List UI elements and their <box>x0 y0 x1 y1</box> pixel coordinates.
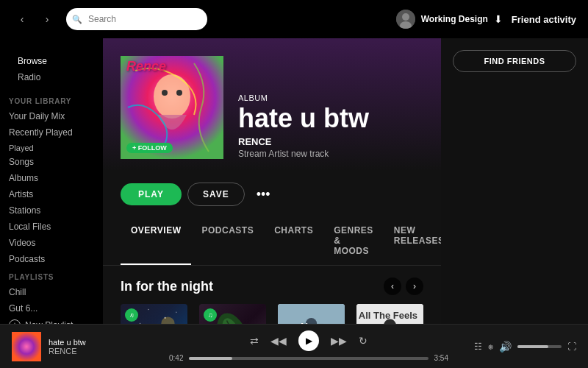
svg-point-7 <box>131 314 132 316</box>
top-bar: ‹ › Working Design ⬇ Friend activity <box>0 0 588 38</box>
sidebar-browse-section: Browse Radio <box>0 47 103 91</box>
card-image-evening: ♫ <box>199 304 266 324</box>
sidebar-playlist-chill[interactable]: Chill <box>0 284 103 300</box>
volume-fill <box>517 345 548 348</box>
sidebar-item-artists[interactable]: Artists <box>0 186 103 202</box>
album-title: hate u btw <box>238 105 423 132</box>
album-art-image: Rence + FOLLOW <box>121 56 223 159</box>
sidebar-item-browse[interactable]: Browse <box>9 53 94 69</box>
prev-button[interactable]: ◀◀ <box>270 335 287 347</box>
now-playing-text: hate u btw RENCE <box>49 338 86 355</box>
svg-point-4 <box>154 74 190 118</box>
app-container: ‹ › Working Design ⬇ Friend activity Bro <box>0 0 588 368</box>
play-pause-button[interactable]: ▶ <box>298 330 319 351</box>
sidebar-item-local-files[interactable]: Local Files <box>0 219 103 235</box>
now-playing-thumbnail <box>12 332 41 361</box>
shuffle-button[interactable]: ⇄ <box>250 335 259 347</box>
card-evening-chill[interactable]: ♫ Evening Chill Elevate your evening and… <box>199 304 266 324</box>
card-sleep[interactable]: ♫ Sleep <box>121 304 187 324</box>
album-description: Stream Artist new track <box>238 149 423 159</box>
section-prev-button[interactable]: ‹ <box>384 277 401 295</box>
card-image-allfeels: ♫ <box>356 304 423 324</box>
find-friends-button[interactable]: FIND FRIENDS <box>453 50 576 72</box>
sidebar-playlist-gut6[interactable]: Gut 6... <box>0 300 103 316</box>
section-next-button[interactable]: › <box>406 277 423 295</box>
section-title: In for the night <box>121 279 213 294</box>
nav-tabs: OVERVIEW PODCASTS CHARTS GENRES & MOODS … <box>103 218 441 266</box>
album-artist: RENCE <box>238 136 423 147</box>
sidebar-item-podcasts[interactable]: Podcasts <box>0 251 103 267</box>
svg-point-11 <box>140 323 141 324</box>
newmusic-overlay-title: New Music <box>295 321 329 325</box>
search-wrap <box>66 8 207 30</box>
album-type-label: ALBUM <box>238 93 423 102</box>
back-button[interactable]: ‹ <box>12 9 32 29</box>
progress-bar[interactable] <box>189 357 428 360</box>
cards-row: ♫ Sleep <box>103 304 441 324</box>
right-panel: FIND FRIENDS <box>441 38 588 324</box>
play-button[interactable]: PLAY <box>121 183 182 205</box>
current-time: 0:42 <box>169 354 183 362</box>
username-label: Working Design <box>421 14 488 24</box>
album-art: Rence + FOLLOW <box>121 56 223 159</box>
svg-point-8 <box>148 309 149 311</box>
allfeels-overlay-text: All The Feels <box>359 310 417 321</box>
card-image-newmusic: ♫ <box>278 304 345 324</box>
svg-point-6 <box>176 90 182 96</box>
now-playing-title: hate u btw <box>49 338 86 347</box>
volume-button[interactable]: 🔊 <box>499 341 512 353</box>
total-time: 3:54 <box>434 354 448 362</box>
main-area: Browse Radio YOUR LIBRARY Your Daily Mix… <box>0 38 588 324</box>
sidebar-item-radio[interactable]: Radio <box>9 69 94 85</box>
sidebar-item-recently-played[interactable]: Recently Played <box>0 124 103 141</box>
sidebar-item-songs[interactable]: Songs <box>0 154 103 170</box>
sidebar-item-stations[interactable]: Stations <box>0 202 103 219</box>
control-buttons: ⇄ ◀◀ ▶ ▶▶ ↻ <box>250 330 368 351</box>
new-playlist-button[interactable]: + New Playlist <box>0 316 103 324</box>
right-controls: ☷ ⎈ 🔊 ⛶ <box>459 341 576 353</box>
tab-overview[interactable]: OVERVIEW <box>121 218 191 265</box>
save-button[interactable]: SAVE <box>187 183 245 206</box>
album-actions: PLAY SAVE ••• <box>103 171 441 218</box>
tab-charts[interactable]: CHARTS <box>264 218 323 265</box>
album-info: ALBUM hate u btw RENCE Stream Artist new… <box>238 93 423 159</box>
progress-area: 0:42 3:54 <box>169 354 448 362</box>
friend-activity-title: Friend activity <box>512 14 576 25</box>
sidebar-item-daily-mix[interactable]: Your Daily Mix <box>0 108 103 124</box>
sidebar-playlists-label: PLAYLISTS <box>0 267 103 284</box>
played-label: Played <box>0 142 103 154</box>
avatar <box>396 10 415 29</box>
queue-button[interactable]: ☷ <box>474 342 482 352</box>
more-options-button[interactable]: ••• <box>251 184 276 205</box>
svg-point-1 <box>402 13 409 21</box>
sidebar-library-label: YOUR LIBRARY <box>0 91 103 108</box>
devices-button[interactable]: ⎈ <box>488 342 493 352</box>
album-hero: Rence + FOLLOW ALBUM hate u btw RENCE St… <box>103 38 441 171</box>
svg-point-10 <box>176 312 177 314</box>
card-all-the-feels[interactable]: ♫ <box>356 304 423 324</box>
repeat-button[interactable]: ↻ <box>359 335 368 347</box>
tab-new-releases[interactable]: NEW RELEASES <box>384 218 441 265</box>
now-playing-info: hate u btw RENCE <box>12 332 159 361</box>
sidebar-item-albums[interactable]: Albums <box>0 170 103 186</box>
section-header: In for the night ‹ › <box>103 266 441 304</box>
forward-button[interactable]: › <box>37 9 57 29</box>
sidebar: Browse Radio YOUR LIBRARY Your Daily Mix… <box>0 38 103 324</box>
bottom-bar: hate u btw RENCE ⇄ ◀◀ ▶ ▶▶ ↻ 0:42 3:54 <box>0 324 588 368</box>
section-nav: ‹ › <box>384 277 423 295</box>
sidebar-item-videos[interactable]: Videos <box>0 235 103 251</box>
download-icon: ⬇ <box>494 13 503 25</box>
svg-rect-3 <box>121 56 223 159</box>
card-new-music-friday[interactable]: ♫ <box>278 304 345 324</box>
nav-arrows: ‹ › <box>12 9 57 29</box>
content-area: Rence + FOLLOW ALBUM hate u btw RENCE St… <box>103 38 441 324</box>
tab-podcasts[interactable]: PODCASTS <box>191 218 264 265</box>
svg-point-5 <box>162 90 168 96</box>
next-button[interactable]: ▶▶ <box>331 335 347 347</box>
volume-bar[interactable] <box>517 345 562 348</box>
fullscreen-button[interactable]: ⛶ <box>567 342 576 352</box>
search-input[interactable] <box>66 8 207 30</box>
svg-point-12 <box>161 316 174 324</box>
svg-rect-33 <box>12 332 41 361</box>
tab-genres-moods[interactable]: GENRES & MOODS <box>323 218 384 265</box>
